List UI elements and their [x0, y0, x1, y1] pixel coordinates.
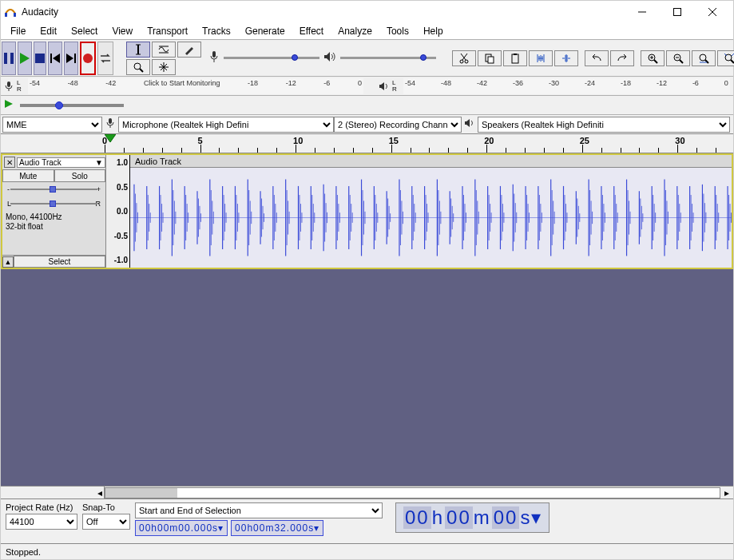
- track-select-button[interactable]: Select: [14, 256, 105, 268]
- draw-tool-button[interactable]: [177, 42, 201, 58]
- undo-button[interactable]: [585, 50, 609, 66]
- play-level-slider[interactable]: [340, 57, 436, 59]
- waveform-area[interactable]: Audio Track: [130, 155, 732, 268]
- clip-label[interactable]: Audio Track: [130, 155, 732, 168]
- menu-effect[interactable]: Effect: [293, 24, 330, 38]
- vertical-scale[interactable]: 1.0 0.5 0.0 -0.5 -1.0: [106, 155, 130, 268]
- svg-point-25: [465, 60, 468, 63]
- horizontal-scrollbar[interactable]: [105, 487, 720, 498]
- audio-position-display[interactable]: 00h 00m 00s▾: [395, 502, 550, 533]
- svg-marker-12: [66, 54, 73, 63]
- speaker-icon: [323, 51, 336, 65]
- snap-to-label: Snap-To: [82, 502, 130, 512]
- output-device-select[interactable]: Speakers (Realtek High Definiti: [478, 117, 730, 133]
- zoom-fit-button[interactable]: [717, 50, 734, 66]
- rec-meter[interactable]: -54-48-42 Click to Start Monitoring -18-…: [28, 78, 363, 94]
- svg-marker-51: [379, 82, 384, 90]
- play-button[interactable]: [18, 42, 32, 75]
- svg-marker-54: [465, 119, 470, 127]
- track-menu-button[interactable]: Audio Track▼: [17, 157, 105, 168]
- scroll-left-button[interactable]: ◂: [97, 487, 102, 498]
- rec-level-slider[interactable]: [224, 57, 319, 59]
- play-meter[interactable]: -54-48-42-36-30-24-18-12-60: [403, 78, 730, 94]
- pause-button[interactable]: [2, 42, 16, 75]
- redo-button[interactable]: [610, 50, 634, 66]
- svg-line-39: [654, 60, 657, 63]
- svg-line-21: [140, 69, 143, 72]
- cut-button[interactable]: [452, 50, 476, 66]
- menu-tracks[interactable]: Tracks: [196, 24, 237, 38]
- project-rate-label: Project Rate (Hz): [6, 502, 77, 512]
- track-collapse-button[interactable]: ▲: [2, 256, 14, 268]
- multi-tool-button[interactable]: [152, 59, 176, 75]
- play-meter-icon[interactable]: [376, 78, 392, 94]
- input-device-select[interactable]: Microphone (Realtek High Defini: [118, 117, 334, 133]
- svg-rect-22: [212, 51, 216, 58]
- minimize-button[interactable]: [625, 1, 660, 23]
- menu-generate[interactable]: Generate: [239, 24, 292, 38]
- timeline-ruler[interactable]: 051015202530: [1, 133, 733, 153]
- svg-marker-11: [53, 54, 60, 63]
- svg-rect-0: [5, 13, 7, 17]
- pan-slider[interactable]: [10, 203, 97, 205]
- zoom-in-button[interactable]: [641, 50, 665, 66]
- stop-button[interactable]: [34, 42, 46, 75]
- menu-view[interactable]: View: [105, 24, 139, 38]
- play-at-speed-button[interactable]: [4, 99, 14, 111]
- rec-meter-icon[interactable]: [1, 78, 17, 94]
- menu-file[interactable]: File: [4, 24, 32, 38]
- copy-button[interactable]: [478, 50, 502, 66]
- input-channels-select[interactable]: 2 (Stereo) Recording Chann: [334, 117, 462, 133]
- mute-button[interactable]: Mute: [2, 169, 54, 182]
- menu-edit[interactable]: Edit: [34, 24, 63, 38]
- svg-marker-23: [324, 52, 330, 62]
- svg-rect-50: [7, 81, 10, 87]
- selection-start-time[interactable]: 00h00m00.000s▾: [135, 520, 228, 536]
- status-bar: Stopped.: [1, 543, 733, 559]
- mic-icon: [208, 50, 220, 66]
- skip-end-button[interactable]: [64, 42, 78, 75]
- maximize-button[interactable]: [660, 1, 695, 23]
- audio-track: ✕ Audio Track▼ Mute Solo - + L R: [1, 153, 733, 269]
- selection-tool-button[interactable]: [126, 42, 150, 58]
- svg-rect-30: [512, 54, 518, 63]
- gain-slider[interactable]: [10, 189, 97, 190]
- menu-transport[interactable]: Transport: [141, 24, 194, 38]
- zoom-tool-button[interactable]: [126, 59, 150, 75]
- menu-tools[interactable]: Tools: [380, 24, 415, 38]
- record-button[interactable]: [80, 42, 96, 75]
- meters-row: LR -54-48-42 Click to Start Monitoring -…: [1, 76, 733, 95]
- playback-speed-row: [1, 95, 733, 114]
- audio-host-select[interactable]: MME: [2, 117, 102, 133]
- snap-to-select[interactable]: Off: [82, 514, 130, 530]
- playback-speed-slider[interactable]: [20, 104, 124, 107]
- svg-point-43: [700, 54, 706, 61]
- svg-rect-13: [74, 54, 76, 63]
- envelope-tool-button[interactable]: [152, 42, 176, 58]
- close-button[interactable]: [695, 1, 730, 23]
- trim-button[interactable]: [529, 50, 553, 66]
- paste-button[interactable]: [503, 50, 527, 66]
- skip-start-button[interactable]: [48, 42, 62, 75]
- svg-marker-52: [5, 100, 13, 108]
- zoom-sel-button[interactable]: [692, 50, 716, 66]
- tools-group: [125, 41, 202, 76]
- project-rate-select[interactable]: 44100: [6, 514, 77, 530]
- loop-button[interactable]: [97, 42, 113, 75]
- silence-button[interactable]: [554, 50, 578, 66]
- menu-analyze[interactable]: Analyze: [331, 24, 379, 38]
- menu-select[interactable]: Select: [65, 24, 104, 38]
- scroll-right-button[interactable]: ▸: [724, 487, 729, 498]
- svg-line-47: [731, 60, 734, 63]
- zoom-out-button[interactable]: [666, 50, 690, 66]
- svg-rect-3: [674, 9, 681, 16]
- menu-help[interactable]: Help: [417, 24, 450, 38]
- selection-end-time[interactable]: 00h00m32.000s▾: [231, 520, 323, 536]
- track-close-button[interactable]: ✕: [4, 157, 15, 168]
- svg-rect-29: [488, 57, 494, 63]
- solo-button[interactable]: Solo: [54, 169, 106, 182]
- monitor-label[interactable]: Click to Start Monitoring: [144, 79, 220, 95]
- selection-mode-select[interactable]: Start and End of Selection: [135, 502, 383, 518]
- svg-rect-7: [10, 53, 14, 64]
- mic-icon-dev: [102, 117, 118, 131]
